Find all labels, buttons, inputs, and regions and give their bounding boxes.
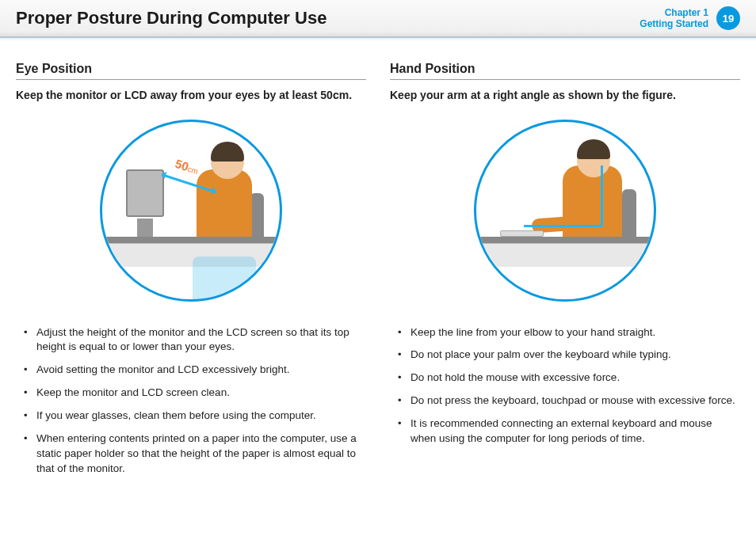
list-item: Keep the line from your elbow to your ha… — [395, 325, 740, 340]
list-item: Do not place your palm over the keyboard… — [395, 348, 740, 363]
chapter-name: Getting Started — [640, 18, 708, 29]
right-angle-horizontal-icon — [524, 225, 603, 227]
monitor-stand-icon — [137, 219, 153, 238]
keyboard-icon — [500, 230, 544, 237]
chapter-number: Chapter 1 — [640, 7, 708, 18]
hand-bullet-list: Keep the line from your elbow to your ha… — [390, 325, 740, 447]
hand-section-intro: Keep your arm at a right angle as shown … — [390, 88, 740, 104]
list-item: It is recommended connecting an external… — [395, 416, 740, 447]
eye-section-title: Eye Position — [16, 62, 366, 80]
desk-icon — [474, 237, 656, 243]
page-number: 19 — [723, 13, 734, 25]
hand-section-title: Hand Position — [390, 62, 740, 80]
chapter-info: Chapter 1 Getting Started — [640, 7, 708, 30]
eye-figure-circle: 50cm — [100, 120, 282, 302]
hand-position-section: Hand Position Keep your arm at a right a… — [390, 62, 740, 485]
page-number-badge: 19 — [716, 6, 740, 30]
list-item: Adjust the height of the monitor and the… — [21, 325, 366, 355]
list-item: Keep the monitor and LCD screen clean. — [21, 386, 366, 401]
eye-position-section: Eye Position Keep the monitor or LCD awa… — [16, 62, 366, 485]
eye-section-intro: Keep the monitor or LCD away from your e… — [16, 88, 366, 104]
right-angle-vertical-icon — [601, 165, 603, 227]
list-item: If you wear glasses, clean them before u… — [21, 409, 366, 424]
person-hair-icon — [211, 142, 244, 162]
content-area: Eye Position Keep the monitor or LCD awa… — [0, 38, 756, 500]
person-hair-icon — [577, 139, 610, 159]
distance-label: 50cm — [174, 156, 200, 176]
list-item: When entering contents printed on a pape… — [21, 431, 366, 477]
hand-figure-circle — [474, 120, 656, 302]
eye-bullet-list: Adjust the height of the monitor and the… — [16, 325, 366, 477]
eye-position-figure: 50cm — [16, 120, 366, 302]
page-title: Proper Posture During Computer Use — [16, 8, 640, 29]
hand-position-figure — [390, 120, 740, 302]
desk-edge-icon — [474, 243, 656, 267]
list-item: Do not hold the mouse with excessive for… — [395, 371, 740, 386]
list-item: Do not press the keyboard, touchpad or m… — [395, 393, 740, 409]
page-header: Proper Posture During Computer Use Chapt… — [0, 0, 756, 38]
desk-icon — [100, 237, 282, 243]
list-item: Avoid setting the monitor and LCD excess… — [21, 363, 366, 378]
seat-shadow-icon — [193, 257, 256, 302]
